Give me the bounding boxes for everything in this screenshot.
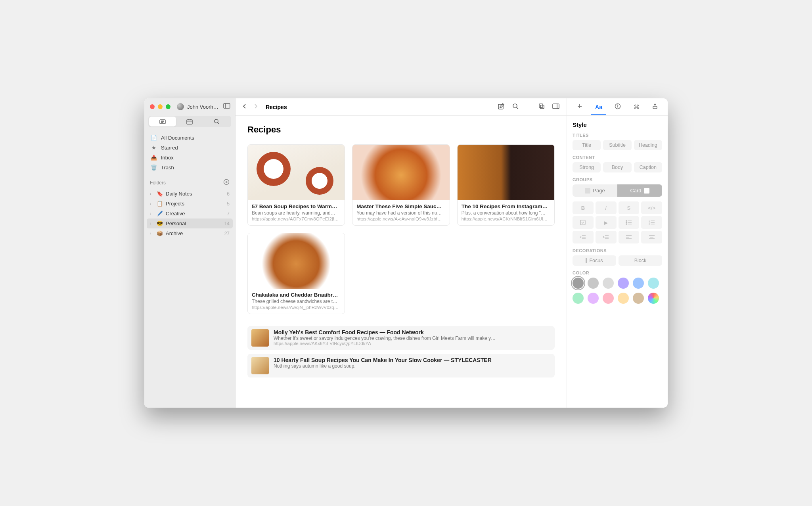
folder-list: › 🔖 Daily Notes 6› 📋 Projects 5› 🖊️ Crea… xyxy=(144,189,235,238)
strong-style-button[interactable]: Strong xyxy=(573,162,601,172)
back-button[interactable] xyxy=(241,103,248,111)
card-image xyxy=(352,145,449,200)
body-style-button[interactable]: Body xyxy=(603,162,631,172)
close-window-button[interactable] xyxy=(150,104,155,109)
forward-button[interactable] xyxy=(252,103,259,111)
recipe-card[interactable]: Master These Five Simple Sauc… You may h… xyxy=(352,144,450,226)
shortcuts-tab[interactable]: ⌘ xyxy=(631,100,642,115)
nav-starred[interactable]: ★Starred xyxy=(147,143,232,153)
link-list-item[interactable]: Molly Yeh's Best Comfort Food Recipes — … xyxy=(247,326,555,350)
page-title: Recipes xyxy=(247,125,555,135)
chevron-right-icon: › xyxy=(150,211,154,216)
color-swatch[interactable] xyxy=(633,278,644,289)
checkbox-button[interactable] xyxy=(573,216,594,229)
color-swatch[interactable] xyxy=(573,278,584,289)
color-swatch[interactable] xyxy=(588,293,599,304)
nav-trash[interactable]: 🗑️Trash xyxy=(147,163,232,172)
svg-point-26 xyxy=(618,105,618,105)
style-tab[interactable]: Aa xyxy=(593,100,605,114)
list-thumbnail xyxy=(251,357,269,374)
folder-count: 14 xyxy=(224,221,230,226)
card-url: https://apple.news/AwqiN_lphRzWvV0zqx… xyxy=(252,305,341,310)
search-tab[interactable] xyxy=(203,117,230,126)
nav-label: Starred xyxy=(161,145,178,151)
indent-button[interactable] xyxy=(596,231,617,243)
color-swatch[interactable] xyxy=(603,278,614,289)
strikethrough-button[interactable]: S xyxy=(619,201,640,214)
titlebar: John Voorhe… xyxy=(144,98,235,113)
color-swatch[interactable] xyxy=(633,293,644,304)
page-group-button[interactable]: Page xyxy=(573,184,617,197)
color-swatch[interactable] xyxy=(573,293,584,304)
search-button[interactable] xyxy=(510,101,521,113)
nav-label: Trash xyxy=(161,165,174,171)
inspector-body: Style Titles Title Subtitle Heading Cont… xyxy=(567,116,668,408)
list-description: Whether it's sweet or savory indulgences… xyxy=(274,335,551,341)
duplicate-button[interactable] xyxy=(536,101,547,113)
window-controls xyxy=(150,104,170,109)
outdent-button[interactable] xyxy=(573,231,594,243)
focus-label: Focus xyxy=(589,258,603,263)
color-swatch[interactable] xyxy=(618,293,629,304)
code-button[interactable]: </> xyxy=(641,201,662,214)
block-decoration-button[interactable]: Block xyxy=(619,255,662,266)
svg-point-33 xyxy=(626,224,627,224)
title-style-button[interactable]: Title xyxy=(573,140,601,150)
folder-emoji-icon: 📦 xyxy=(156,230,163,236)
list-view-tab[interactable] xyxy=(149,117,176,126)
folder-label: Archive xyxy=(166,230,183,236)
share-tab[interactable] xyxy=(649,99,661,115)
caption-style-button[interactable]: Caption xyxy=(634,162,662,172)
list-description: Nothing says autumn like a good soup. xyxy=(274,363,551,369)
align-center-button[interactable] xyxy=(641,231,662,243)
sidebar: John Voorhe… 📄All Documents ★Starred 📥In… xyxy=(144,98,236,408)
recipe-card[interactable]: The 10 Recipes From Instagram… Plus, a c… xyxy=(457,144,555,226)
add-tab[interactable] xyxy=(574,99,585,115)
user-avatar[interactable] xyxy=(177,103,184,110)
info-tab[interactable] xyxy=(612,99,623,115)
folder-count: 6 xyxy=(227,191,230,197)
folder-item[interactable]: › 🔖 Daily Notes 6 xyxy=(147,189,233,199)
italic-button[interactable]: I xyxy=(596,201,617,214)
folder-item[interactable]: › 📦 Archive 27 xyxy=(147,228,233,238)
bold-button[interactable]: B xyxy=(573,201,594,214)
recipe-card[interactable]: 57 Bean Soup Recipes to Warm… Bean soups… xyxy=(247,144,345,226)
nav-all-documents[interactable]: 📄All Documents xyxy=(147,133,232,143)
card-grid: 57 Bean Soup Recipes to Warm… Bean soups… xyxy=(247,144,555,314)
heading-style-button[interactable]: Heading xyxy=(634,140,662,150)
fullscreen-window-button[interactable] xyxy=(166,104,170,109)
minimize-window-button[interactable] xyxy=(158,104,163,109)
inspector-toggle-button[interactable] xyxy=(551,102,561,112)
card-group-button[interactable]: Card xyxy=(617,184,662,197)
compose-button[interactable] xyxy=(496,101,506,113)
folder-item[interactable]: › 🖊️ Creative 7 xyxy=(147,209,233,218)
color-swatch[interactable] xyxy=(648,278,659,289)
color-swatch[interactable] xyxy=(618,278,629,289)
card-title: 57 Bean Soup Recipes to Warm… xyxy=(252,203,341,209)
link-list: Molly Yeh's Best Comfort Food Recipes — … xyxy=(247,326,555,378)
folder-count: 27 xyxy=(224,231,230,236)
focus-decoration-button[interactable]: Focus xyxy=(573,255,616,266)
play-button[interactable]: ▶ xyxy=(596,216,617,229)
sidebar-toggle-icon[interactable] xyxy=(223,103,230,110)
inspector: Aa ⌘ Style Titles Title Subtitle Heading… xyxy=(567,98,668,408)
link-list-item[interactable]: 10 Hearty Fall Soup Recipes You Can Make… xyxy=(247,354,555,378)
content: Recipes 57 Bean Soup Recipes to Warm… Be… xyxy=(236,116,567,408)
bullet-list-button[interactable] xyxy=(619,216,640,229)
card-title: Chakalaka and Cheddar Braaibr… xyxy=(252,292,341,298)
recipe-card[interactable]: Chakalaka and Cheddar Braaibr… These gri… xyxy=(247,233,345,314)
subtitle-style-button[interactable]: Subtitle xyxy=(603,140,631,150)
folder-item[interactable]: › 📋 Projects 5 xyxy=(147,199,233,209)
color-swatch[interactable] xyxy=(603,293,614,304)
nav-inbox[interactable]: 📥Inbox xyxy=(147,153,232,163)
calendar-view-tab[interactable] xyxy=(176,117,203,126)
svg-rect-6 xyxy=(187,120,192,124)
color-row xyxy=(573,278,662,304)
chevron-right-icon: › xyxy=(150,201,154,206)
add-folder-button[interactable] xyxy=(223,179,230,186)
folder-item[interactable]: › 😎 Personal 14 xyxy=(147,218,233,228)
numbered-list-button[interactable]: 123 xyxy=(641,216,662,229)
align-left-button[interactable] xyxy=(619,231,640,243)
color-swatch[interactable] xyxy=(588,278,599,289)
multicolor-swatch[interactable] xyxy=(648,293,659,304)
